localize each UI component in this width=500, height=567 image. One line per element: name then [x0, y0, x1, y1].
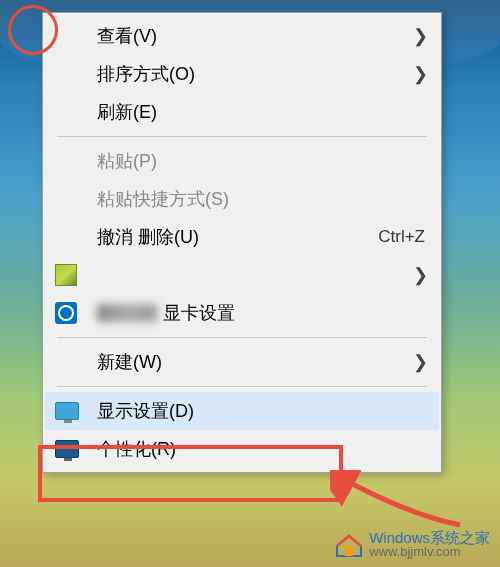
- monitor-icon: [55, 399, 87, 423]
- icon-slot: [55, 187, 87, 211]
- menu-separator: [57, 136, 427, 137]
- menu-label: 粘贴(P): [97, 149, 425, 173]
- menu-item-undo-delete[interactable]: 撤消 删除(U) Ctrl+Z: [45, 218, 439, 256]
- menu-shortcut: Ctrl+Z: [378, 227, 425, 247]
- menu-item-sort[interactable]: 排序方式(O) ❯: [45, 55, 439, 93]
- chevron-right-icon: ❯: [413, 264, 425, 286]
- menu-item-new[interactable]: 新建(W) ❯: [45, 343, 439, 381]
- menu-separator: [57, 386, 427, 387]
- watermark: Windows系统之家 www.bjjmlv.com: [335, 530, 490, 559]
- icon-slot: [55, 225, 87, 249]
- icon-slot: [55, 24, 87, 48]
- watermark-url: www.bjjmlv.com: [369, 545, 490, 559]
- menu-item-refresh[interactable]: 刷新(E): [45, 93, 439, 131]
- menu-label: 显示设置(D): [97, 399, 425, 423]
- menu-item-paste: 粘贴(P): [45, 142, 439, 180]
- menu-label: 粘贴快捷方式(S): [97, 187, 425, 211]
- menu-item-paste-shortcut: 粘贴快捷方式(S): [45, 180, 439, 218]
- intel-icon: [55, 301, 87, 325]
- icon-slot: [55, 149, 87, 173]
- chevron-right-icon: ❯: [413, 25, 425, 47]
- desktop-context-menu: 查看(V) ❯ 排序方式(O) ❯ 刷新(E) 粘贴(P) 粘贴快捷方式(S) …: [42, 12, 442, 473]
- monitor-dark-icon: [55, 437, 87, 461]
- menu-label: 刷新(E): [97, 100, 425, 124]
- svg-rect-1: [345, 546, 353, 556]
- menu-item-display-settings[interactable]: 显示设置(D): [45, 392, 439, 430]
- menu-separator: [57, 337, 427, 338]
- icon-slot: [55, 350, 87, 374]
- icon-slot: [55, 100, 87, 124]
- menu-label: 排序方式(O): [97, 62, 413, 86]
- menu-item-graphics-settings[interactable]: 显卡设置: [45, 294, 439, 332]
- chevron-right-icon: ❯: [413, 351, 425, 373]
- chevron-right-icon: ❯: [413, 63, 425, 85]
- menu-item-app-blurred[interactable]: ❯: [45, 256, 439, 294]
- annotation-circle: [8, 5, 58, 55]
- menu-label: 查看(V): [97, 24, 413, 48]
- menu-label: 显卡设置: [97, 301, 425, 325]
- watermark-logo-icon: [335, 532, 363, 558]
- menu-label: 撤消 删除(U): [97, 225, 378, 249]
- menu-label: 新建(W): [97, 350, 413, 374]
- icon-slot: [55, 62, 87, 86]
- menu-item-view[interactable]: 查看(V) ❯: [45, 17, 439, 55]
- green-square-icon: [55, 263, 87, 287]
- menu-item-personalize[interactable]: 个性化(R): [45, 430, 439, 468]
- menu-label: 个性化(R): [97, 437, 425, 461]
